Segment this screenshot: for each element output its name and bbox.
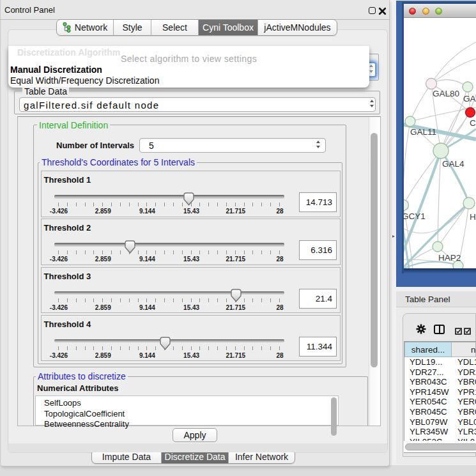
svg-text:C: C [470, 118, 476, 128]
svg-text:GAL4: GAL4 [442, 159, 464, 169]
svg-text:GAL80: GAL80 [433, 89, 459, 98]
svg-text:GAL11: GAL11 [410, 127, 436, 137]
svg-text:GA: GA [463, 94, 476, 104]
svg-text:GCY1: GCY1 [404, 211, 426, 221]
svg-text:HAP2: HAP2 [438, 253, 461, 263]
svg-text:HA: HA [470, 212, 476, 222]
